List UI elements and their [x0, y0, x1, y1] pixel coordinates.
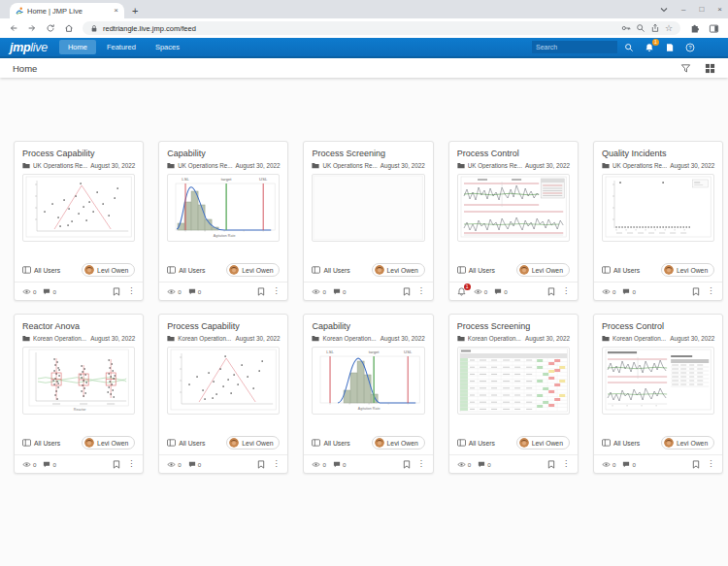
filter-funnel-icon[interactable] [680, 63, 691, 74]
card-group[interactable]: All Users [312, 439, 349, 447]
card-folder[interactable]: UK Operations Re... [612, 162, 667, 169]
back-icon[interactable] [9, 23, 18, 33]
card-thumbnail[interactable] [167, 347, 280, 415]
views-count[interactable]: 0 [474, 288, 487, 295]
comments-count[interactable]: 0 [333, 461, 346, 468]
card-thumbnail[interactable]: LSL target USL Agitation Rate [167, 174, 280, 242]
card-group[interactable]: All Users [167, 266, 205, 274]
bookmark-star-icon[interactable]: ☆ [665, 24, 673, 33]
bookmark-icon[interactable] [257, 460, 265, 469]
url-bar[interactable]: redtriangle.live.jmp.com/feed ☆ [83, 21, 680, 35]
card-owner[interactable]: Levi Owen [372, 436, 425, 449]
post-card[interactable]: Process Screening UK Operations Re... Au… [303, 141, 433, 301]
card-menu-icon[interactable]: ⋮ [707, 287, 714, 295]
card-group[interactable]: All Users [602, 439, 640, 447]
bookmark-icon[interactable] [257, 287, 265, 296]
card-thumbnail[interactable] [22, 174, 135, 242]
side-panel-icon[interactable] [709, 23, 719, 34]
comments-count[interactable]: 0 [43, 288, 55, 295]
post-card[interactable]: Capability UK Operations Re... August 30… [158, 141, 288, 301]
card-owner[interactable]: Levi Owen [516, 263, 570, 277]
nav-tab-featured[interactable]: Featured [98, 40, 145, 54]
card-title[interactable]: Capability [312, 321, 424, 331]
journal-button[interactable] [665, 43, 675, 52]
card-menu-icon[interactable]: ⋮ [707, 460, 714, 468]
bookmark-icon[interactable] [547, 460, 555, 469]
card-thumbnail[interactable] [312, 174, 424, 242]
card-folder[interactable]: UK Operations Re... [33, 162, 87, 169]
views-count[interactable]: 0 [312, 288, 325, 295]
card-title[interactable]: Reactor Anova [22, 321, 135, 331]
window-search-tabs-icon[interactable] [660, 7, 668, 13]
card-owner[interactable]: Levi Owen [516, 436, 570, 449]
card-folder[interactable]: Korean Operation... [468, 335, 522, 342]
new-tab-button[interactable]: + [132, 6, 138, 17]
card-title[interactable]: Process Capability [167, 321, 280, 331]
card-menu-icon[interactable]: ⋮ [417, 287, 425, 295]
views-count[interactable]: 0 [167, 461, 181, 468]
comments-count[interactable]: 0 [494, 288, 507, 295]
card-group[interactable]: All Users [22, 439, 60, 447]
comments-count[interactable]: 0 [188, 288, 201, 295]
card-group[interactable]: All Users [457, 439, 495, 447]
card-group[interactable]: All Users [312, 266, 349, 274]
card-menu-icon[interactable]: ⋮ [272, 287, 280, 295]
bookmark-icon[interactable] [113, 287, 120, 296]
card-menu-icon[interactable]: ⋮ [417, 460, 425, 468]
post-card[interactable]: Capability Korean Operation... August 30… [303, 314, 433, 474]
card-thumbnail[interactable]: Reactor [22, 347, 135, 415]
post-card[interactable]: Process Screening Korean Operation... Au… [448, 314, 579, 474]
post-card[interactable]: Process Control UK Operations Re... Augu… [448, 141, 579, 301]
card-menu-icon[interactable]: ⋮ [562, 460, 570, 468]
url-text[interactable]: redtriangle.live.jmp.com/feed [103, 24, 616, 33]
views-count[interactable]: 0 [22, 461, 36, 468]
card-folder[interactable]: Korean Operation... [178, 335, 232, 342]
views-count[interactable]: 0 [167, 288, 181, 295]
card-folder[interactable]: UK Operations Re... [322, 162, 377, 169]
card-owner[interactable]: Levi Owen [226, 436, 280, 449]
bookmark-icon[interactable] [403, 287, 411, 296]
views-count[interactable]: 0 [457, 461, 471, 468]
views-count[interactable]: 0 [602, 461, 615, 468]
bookmark-icon[interactable] [692, 460, 700, 469]
post-card[interactable]: Quality Incidents UK Operations Re... Au… [593, 141, 723, 301]
views-count[interactable]: 0 [602, 288, 615, 295]
window-close-icon[interactable]: × [717, 6, 722, 14]
post-card[interactable]: Process Control Korean Operation... Augu… [593, 314, 723, 474]
card-owner[interactable]: Levi Owen [226, 263, 280, 277]
card-group[interactable]: All Users [602, 266, 640, 274]
home-icon[interactable] [64, 23, 74, 33]
card-title[interactable]: Capability [167, 149, 280, 158]
card-thumbnail[interactable] [457, 174, 570, 242]
card-thumbnail[interactable] [602, 347, 714, 415]
post-card[interactable]: Process Capability Korean Operation... A… [158, 314, 288, 474]
comments-count[interactable]: 0 [478, 461, 490, 468]
card-alert[interactable]: 1 [457, 287, 466, 296]
help-button[interactable]: ? [685, 43, 695, 52]
card-folder[interactable]: UK Operations Re... [178, 162, 232, 169]
nav-tab-home[interactable]: Home [59, 40, 96, 54]
views-count[interactable]: 0 [22, 288, 36, 295]
search-box[interactable] [532, 41, 617, 53]
card-owner[interactable]: Levi Owen [82, 436, 135, 449]
views-count[interactable]: 0 [312, 461, 325, 468]
notifications-button[interactable]: 1 [645, 43, 654, 52]
card-owner[interactable]: Levi Owen [661, 436, 714, 449]
card-menu-icon[interactable]: ⋮ [127, 460, 135, 468]
card-folder[interactable]: Korean Operation... [322, 335, 377, 342]
card-menu-icon[interactable]: ⋮ [272, 460, 280, 468]
tab-close-icon[interactable]: × [114, 7, 118, 15]
bookmark-icon[interactable] [113, 460, 120, 469]
window-minimize-icon[interactable]: – [681, 6, 685, 14]
search-input[interactable] [536, 44, 613, 50]
comments-count[interactable]: 0 [622, 461, 635, 468]
card-owner[interactable]: Levi Owen [372, 263, 425, 277]
card-owner[interactable]: Levi Owen [661, 263, 714, 277]
card-group[interactable]: All Users [457, 266, 495, 274]
card-folder[interactable]: UK Operations Re... [468, 162, 522, 169]
card-thumbnail[interactable] [457, 347, 570, 415]
card-title[interactable]: Process Screening [312, 149, 424, 158]
card-menu-icon[interactable]: ⋮ [127, 287, 135, 295]
comments-count[interactable]: 0 [622, 288, 635, 295]
zoom-page-icon[interactable] [636, 23, 645, 33]
